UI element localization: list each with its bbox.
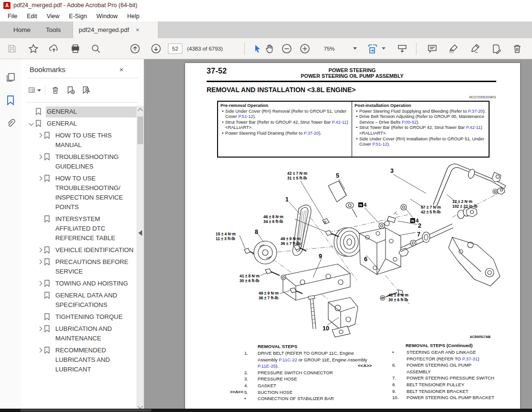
- tab-document[interactable]: pdf24_merged.pdf ×: [73, 21, 158, 38]
- page-link[interactable]: P.51-12: [372, 142, 387, 147]
- expand-bookmark-icon[interactable]: [80, 84, 92, 96]
- bullet: •: [220, 131, 225, 137]
- tab-tools[interactable]: Tools: [37, 21, 70, 38]
- bookmarks-panel-icon[interactable]: [5, 95, 16, 106]
- chevron-right-icon[interactable]: [35, 345, 44, 352]
- menu-help[interactable]: Help: [123, 11, 145, 21]
- star-icon[interactable]: [27, 42, 40, 55]
- zoom-dropdown-caret[interactable]: [353, 47, 357, 50]
- next-page-icon[interactable]: [150, 42, 162, 55]
- page-link[interactable]: P.42-11: [332, 120, 347, 125]
- bookmark-item[interactable]: VEHICLE IDENTIFICATION: [35, 244, 136, 256]
- search-icon[interactable]: [90, 42, 102, 55]
- chevron-right-icon[interactable]: [35, 152, 44, 158]
- bookmark-item[interactable]: LUBRICATION AND MAINTENANCE: [35, 323, 136, 345]
- bookmark-item[interactable]: TOWING AND HOISTING: [35, 278, 136, 290]
- menu-edit[interactable]: Edit: [22, 11, 42, 21]
- bookmark-item[interactable]: GENERAL: [27, 118, 136, 130]
- previous-page-icon[interactable]: [129, 42, 141, 55]
- highlight-icon[interactable]: [447, 42, 459, 55]
- fit-width-icon[interactable]: [366, 42, 379, 55]
- bookmark-label[interactable]: PRECAUTIONS BEFORE SERVICE: [54, 257, 136, 277]
- save-icon[interactable]: [6, 42, 18, 55]
- chevron-right-icon[interactable]: [35, 324, 44, 330]
- page-link[interactable]: P.11C-22: [279, 357, 297, 362]
- delete-icon[interactable]: [511, 42, 523, 55]
- scroll-up-icon[interactable]: [137, 108, 143, 113]
- fit-dropdown-caret[interactable]: [382, 47, 386, 50]
- page-link[interactable]: P.37-31: [462, 356, 478, 361]
- attachments-icon[interactable]: [5, 117, 16, 129]
- horizontal-scrollbar[interactable]: [0, 409, 532, 412]
- bookmark-label[interactable]: HOW TO USE THIS MANUAL: [54, 130, 136, 151]
- bookmark-item[interactable]: GENERAL: [27, 106, 136, 118]
- page-number-input[interactable]: [168, 43, 182, 54]
- bookmark-label[interactable]: TIGHTENING TORQUE: [54, 312, 136, 323]
- bookmark-label[interactable]: TOWING AND HOISTING: [54, 278, 136, 289]
- bookmark-label[interactable]: GENERAL: [46, 118, 136, 129]
- zoom-in-icon[interactable]: [299, 42, 311, 55]
- bookmark-label[interactable]: INTERSYSTEM AFFILIATED DTC REFERENCE TAB…: [54, 214, 136, 244]
- zoom-out-icon[interactable]: [281, 42, 293, 55]
- bullet: •: [220, 109, 225, 120]
- scroll-down-icon[interactable]: [137, 403, 143, 409]
- bookmarks-close-icon[interactable]: ×: [119, 65, 124, 74]
- bookmark-item[interactable]: INTERSYSTEM AFFILIATED DTC REFERENCE TAB…: [35, 213, 136, 244]
- scrollbar-thumb[interactable]: [137, 116, 143, 144]
- operation-text: Side Under Cover (RH) Removal (Refer to …: [225, 109, 349, 120]
- comment-icon[interactable]: [426, 42, 438, 55]
- page-scroll-icon[interactable]: [396, 42, 408, 55]
- acrobat-icon: A: [3, 2, 10, 9]
- bookmark-item[interactable]: HOW TO USE TROUBLESHOOTING/ INSPECTION S…: [35, 173, 136, 213]
- sign-pen-icon[interactable]: [469, 42, 481, 55]
- page-link[interactable]: P.00-52: [402, 120, 417, 125]
- collapse-panel-icon[interactable]: [138, 230, 142, 236]
- chevron-right-icon[interactable]: [35, 173, 44, 180]
- menu-file[interactable]: File: [3, 11, 22, 21]
- edit-page-icon[interactable]: [490, 42, 502, 55]
- delete-bookmark-icon[interactable]: [49, 84, 62, 96]
- bookmark-item[interactable]: HOW TO USE THIS MANUAL: [35, 130, 136, 151]
- page-link[interactable]: P.37-20: [468, 109, 483, 114]
- select-cursor-icon[interactable]: [251, 42, 264, 55]
- horizontal-scrollbar-thumb[interactable]: [21, 409, 151, 412]
- tab-home[interactable]: Home: [5, 21, 39, 38]
- bookmark-label[interactable]: LUBRICATION AND MAINTENANCE: [54, 324, 136, 344]
- zoom-level-value[interactable]: 75%: [319, 46, 340, 52]
- bookmark-label[interactable]: GENERAL: [46, 106, 136, 117]
- bookmark-label[interactable]: VEHICLE IDENTIFICATION: [54, 245, 136, 256]
- chevron-right-icon[interactable]: [35, 257, 44, 264]
- bookmark-item[interactable]: RECOMMENDED LUBRICANTS AND LUBRICANT: [35, 345, 136, 376]
- share-cloud-icon[interactable]: [48, 42, 60, 55]
- bookmarks-scrollbar[interactable]: [136, 106, 144, 412]
- print-icon[interactable]: [69, 42, 82, 55]
- bookmark-label[interactable]: TROUBLESHOOTING GUIDELINES: [54, 152, 136, 172]
- page-link[interactable]: P.11E-25: [258, 363, 276, 369]
- page-thumbnails-icon[interactable]: [5, 72, 16, 83]
- chevron-down-icon[interactable]: [27, 118, 35, 125]
- page-link[interactable]: P.51-12: [238, 114, 253, 119]
- menu-window[interactable]: Window: [92, 11, 122, 21]
- add-bookmark-icon[interactable]: [64, 84, 77, 96]
- bookmark-options-icon[interactable]: [29, 84, 41, 96]
- chevron-right-icon[interactable]: [35, 278, 44, 285]
- menu-view[interactable]: View: [42, 11, 64, 21]
- menu-esign[interactable]: E-Sign: [64, 11, 92, 21]
- bookmark-item[interactable]: PRECAUTIONS BEFORE SERVICE: [35, 256, 136, 278]
- bookmark-label[interactable]: GENERAL DATA AND SPECIFICATIONS: [54, 290, 136, 311]
- chevron-right-icon[interactable]: [35, 130, 44, 137]
- page-link[interactable]: P.37-20: [304, 131, 319, 136]
- step-text: POWER STEERING PRESSURE SWITCH: [407, 375, 495, 381]
- tab-bar: Home Tools pdf24_merged.pdf ×: [0, 21, 532, 38]
- bookmark-label[interactable]: HOW TO USE TROUBLESHOOTING/ INSPECTION S…: [54, 173, 136, 213]
- page-link[interactable]: P.42-11: [466, 125, 481, 130]
- bookmark-icon: [35, 118, 46, 129]
- chevron-right-icon[interactable]: [35, 245, 44, 252]
- bookmark-item[interactable]: TROUBLESHOOTING GUIDELINES: [35, 151, 136, 173]
- tab-close-icon[interactable]: ×: [136, 26, 140, 33]
- bullet: •: [355, 114, 359, 125]
- bookmark-label[interactable]: RECOMMENDED LUBRICANTS AND LUBRICANT: [54, 345, 136, 375]
- bookmark-item[interactable]: TIGHTENING TORQUE: [35, 311, 136, 323]
- bookmark-item[interactable]: GENERAL DATA AND SPECIFICATIONS: [35, 290, 136, 311]
- hand-tool-icon[interactable]: [263, 42, 276, 55]
